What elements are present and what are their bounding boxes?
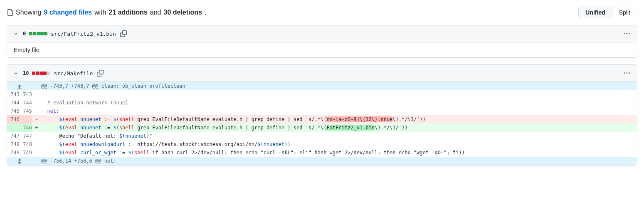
split-button[interactable]: Split <box>612 7 637 18</box>
line-number-old[interactable] <box>7 124 20 132</box>
file-path: src/Makefile <box>54 70 93 77</box>
file-header: 10 src/Makefile <box>7 65 637 82</box>
copy-icon <box>97 70 104 77</box>
diff-row: 743 743 <box>7 90 637 99</box>
code-cell: @echo "Default net: $(nnuenet)" <box>41 132 637 140</box>
hunk-header: @@ -743,7 +743,7 @@ clean: objclean prof… <box>7 82 637 90</box>
line-number-new[interactable]: 744 <box>20 99 32 107</box>
code-cell: net: <box>41 107 637 115</box>
diff-summary: Showing 9 changed files with 21 addition… <box>7 9 206 16</box>
file-block: 0 src/FatFritz2_v1.bin Empty file. <box>7 25 637 58</box>
line-number-new[interactable]: 743 <box>20 90 32 99</box>
collapse-toggle[interactable] <box>12 30 20 37</box>
view-toggle: Unified Split <box>578 7 637 18</box>
hunk-text: @@ -756,14 +756,6 @@ net: <box>41 157 637 165</box>
line-number-old[interactable]: 747 <box>7 132 20 140</box>
line-number-new[interactable]: 745 <box>20 107 32 115</box>
diff-row-deletion: 746 - $(eval nnuenet := $(shell grep Eva… <box>7 115 637 124</box>
file-menu-button[interactable] <box>622 68 632 78</box>
file-block: 10 src/Makefile @@ -743,7 +743,7 @@ clea… <box>7 64 637 166</box>
code-cell: $(eval nnuedownloadurl := https://tests.… <box>41 140 637 148</box>
line-number-new[interactable]: 746 <box>20 124 32 132</box>
copy-icon <box>120 30 127 37</box>
line-number-new[interactable]: 748 <box>20 140 32 148</box>
diff-row-addition: 746 + $(eval nnuenet := $(shell grep Eva… <box>7 124 637 132</box>
code-cell: $(eval curl_or_wget := $(shell if hash c… <box>41 148 637 157</box>
diff-row: 745 745 net: <box>7 107 637 115</box>
kebab-icon <box>624 30 630 37</box>
diff-row: 747 747 @echo "Default net: $(nnuenet)" <box>7 132 637 140</box>
file-body-empty: Empty file. <box>7 42 637 57</box>
diff-row: 744 744 # evaluation network (nnue) <box>7 99 637 107</box>
hunk-header: @@ -756,14 +756,6 @@ net: <box>7 157 637 165</box>
line-number-old[interactable]: 746 <box>7 115 20 124</box>
diff-count: 0 <box>23 31 26 37</box>
line-number-new[interactable]: 749 <box>20 148 32 157</box>
expand-up-button[interactable] <box>7 82 32 90</box>
line-number-old[interactable]: 748 <box>7 140 20 148</box>
expand-up-icon <box>16 83 23 90</box>
hunk-text: @@ -743,7 +743,7 @@ clean: objclean prof… <box>41 82 637 90</box>
line-number-old[interactable]: 745 <box>7 107 20 115</box>
diff-row: 749 749 $(eval curl_or_wget := $(shell i… <box>7 148 637 157</box>
file-menu-button[interactable] <box>622 29 632 39</box>
diff-chips <box>29 32 47 35</box>
code-cell: $(eval nnuenet := $(shell grep EvalFileD… <box>41 124 637 132</box>
changed-files-link[interactable]: 9 changed files <box>44 9 92 16</box>
file-header: 0 src/FatFritz2_v1.bin <box>7 25 637 42</box>
unified-button[interactable]: Unified <box>579 7 612 18</box>
collapse-toggle[interactable] <box>12 69 20 77</box>
diff-file-icon <box>7 9 13 16</box>
code-cell: $(eval nnuenet := $(shell grep EvalFileD… <box>41 115 637 124</box>
line-number-new[interactable]: 747 <box>20 132 32 140</box>
code-cell: # evaluation network (nnue) <box>41 99 637 107</box>
expand-icon <box>16 158 23 165</box>
diff-count: 10 <box>23 70 29 76</box>
diff-row: 748 748 $(eval nnuedownloadurl := https:… <box>7 140 637 148</box>
line-number-old[interactable]: 749 <box>7 148 20 157</box>
code-cell <box>41 90 637 99</box>
chevron-down-icon <box>13 70 19 76</box>
file-path-link[interactable]: src/FatFritz2_v1.bin <box>51 31 116 37</box>
line-number-old[interactable]: 744 <box>7 99 20 107</box>
svg-rect-0 <box>17 89 22 89</box>
file-path-link[interactable]: src/Makefile <box>54 70 93 77</box>
file-path: src/FatFritz2_v1.bin <box>51 31 116 37</box>
line-number-new[interactable] <box>20 115 32 124</box>
kebab-icon <box>624 70 630 77</box>
copy-path-button[interactable] <box>119 30 128 38</box>
diff-chips <box>32 72 50 75</box>
copy-path-button[interactable] <box>96 69 104 77</box>
line-number-old[interactable]: 743 <box>7 90 20 99</box>
file-diff-body: @@ -743,7 +743,7 @@ clean: objclean prof… <box>7 82 637 165</box>
chevron-down-icon <box>13 31 19 37</box>
expand-between-button[interactable] <box>7 157 32 165</box>
